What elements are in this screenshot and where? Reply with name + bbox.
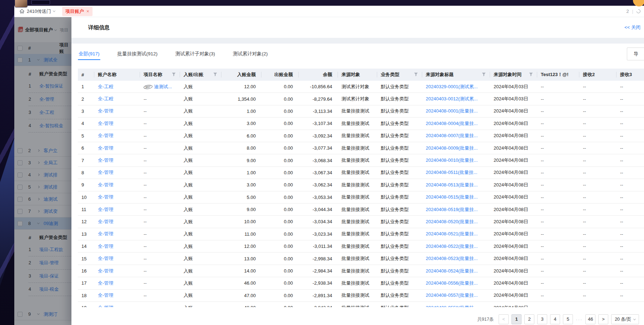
source-title-link[interactable]: 20240408-0519(批量挂... [426,207,478,212]
column-header-title: 来源对象标题 [422,69,490,81]
avatar[interactable] [15,0,27,7]
account-link[interactable]: 全-管理 [98,207,113,212]
source-title-link[interactable]: 20240408-0007(批量挂... [426,133,478,138]
cell-test: -- [537,305,579,307]
column-header-test: Test123！@! [537,69,579,81]
source-title-link[interactable]: 20240408-0513(批量挂... [426,182,478,188]
source-title-link[interactable]: 20240408-0004(批量挂... [426,121,478,126]
refresh-icon[interactable] [636,9,641,14]
cell-value: 2024年04月08日 [494,121,528,126]
source-title-link[interactable]: 20240408-0523(批量挂... [426,256,478,261]
source-title-link[interactable]: 20240408-0558(批量挂... [426,305,478,307]
cell-title: 20240408-0521(批量挂... [422,231,490,237]
source-title-link[interactable]: 20240408-0010(批量挂... [426,158,478,163]
table-row: 10全-管理--入账5.000.00-3,053.34批量挂接测试默认业务类型2… [78,191,644,204]
cell-value: -3,113.34 [313,109,332,114]
page-button-last[interactable]: 46 [585,314,595,324]
cell-biz: 默认业务类型 [377,255,422,262]
source-title-link[interactable]: 20240408-0522(批量挂... [426,244,478,249]
account-link[interactable]: 全-管理 [98,244,113,249]
overlay-dim-mask[interactable] [14,17,71,325]
cell-value: 0.00 [284,244,293,249]
source-title-link[interactable]: 20240403-0012(测试累... [426,96,478,101]
cell-value: 2024年04月08日 [494,145,528,151]
account-link[interactable]: 全-管理 [98,292,113,298]
cell-value: 9 [81,182,84,188]
account-link[interactable]: 全-管理 [98,280,113,286]
cell-biz: 默认业务类型 [377,268,422,274]
chevron-down-icon[interactable] [633,318,636,320]
next-page-button[interactable]: > [598,314,608,324]
cell-value: 入账 [184,292,193,298]
source-title-link[interactable]: 20240329-0001(测试累... [426,84,478,89]
detail-tab-0[interactable]: 全部(917) [78,44,100,64]
cell-biz: 默认业务类型 [377,169,422,176]
detail-tab-3[interactable]: 测试累计对象(2) [232,44,269,64]
account-link[interactable]: 全-工程 [98,96,113,101]
filter-funnel-icon[interactable] [172,72,176,78]
page-button-5[interactable]: 5 [563,314,573,324]
topbar-mini-box[interactable] [31,0,50,5]
account-link[interactable]: 全-管理 [98,133,113,138]
filter-funnel-icon[interactable] [529,72,533,78]
account-link[interactable]: 全-管理 [98,145,113,151]
cell-bal: -3,062.34 [299,182,338,188]
cell-src: 批量挂接测试 [338,157,377,164]
account-link[interactable]: 全-管理 [98,121,113,126]
account-link[interactable]: 全-管理 [98,305,113,307]
cell-src: 批量挂接测试 [338,219,377,225]
cell-value: -- [583,145,586,151]
cell-value: -- [541,145,544,151]
export-button[interactable]: 导 出 [627,48,644,60]
detail-tab-1[interactable]: 批量挂接测试(912) [117,44,159,64]
close-tab-icon[interactable]: × [86,10,89,13]
source-title-link[interactable]: 20240408-0001(批量挂... [426,108,478,114]
account-link[interactable]: 全-管理 [98,108,113,114]
home-portal-menu[interactable]: 2410传送门 [19,8,55,15]
cell-project: -- [140,170,180,175]
account-link[interactable]: 全-管理 [98,231,113,236]
cell-value: 0.00 [284,280,293,286]
account-link[interactable]: 全-管理 [98,219,113,224]
page-button-2[interactable]: 2 [524,314,534,324]
cell-title: 20240408-0522(批量挂... [422,243,490,250]
column-header-label: # [81,72,84,78]
cell-account: 全-工程 [94,96,140,102]
filter-funnel-icon[interactable] [482,72,486,78]
cell-value: 入账 [184,96,193,101]
source-title-link[interactable]: 20240408-0556(批量挂... [426,280,478,286]
source-title-link[interactable]: 20240408-0557(批量挂... [426,292,478,298]
account-link[interactable]: 全-管理 [98,158,113,163]
account-link[interactable]: 全-管理 [98,182,113,188]
cell-bal: -2,891.34 [299,293,338,298]
source-title-link[interactable]: 20240408-0524(批量挂... [426,268,478,274]
source-title-link[interactable]: 20240408-0521(批量挂... [426,231,478,236]
page-button-3[interactable]: 3 [537,314,547,324]
filter-funnel-icon[interactable] [213,72,217,78]
cell-value: -- [144,256,147,261]
page-size-select[interactable]: 20 条/页 [611,314,639,324]
source-title-link[interactable]: 20240408-0009(批量挂... [426,145,478,151]
detail-tab-2[interactable]: 测试累计子对象(3) [175,44,216,64]
cell-value: 4 [81,121,84,126]
cell-value: -- [620,219,623,224]
source-title-link[interactable]: 20240408-0511(批量挂... [426,170,477,175]
cell-value: 9.00 [247,207,256,212]
tab-project-account[interactable]: 项目账户 × [62,7,93,16]
cell-value: -- [541,268,544,274]
prev-page-button[interactable]: < [499,314,509,324]
account-link[interactable]: 全-管理 [98,194,113,200]
account-link[interactable]: 全-管理 [98,170,113,175]
cell-value: -2,938.34 [313,280,332,286]
filter-funnel-icon[interactable] [414,72,418,78]
source-title-link[interactable]: 20240408-0520(批量挂... [426,219,478,224]
collapse-close-link[interactable]: << 关闭 [624,24,640,31]
account-link[interactable]: 全-工程 [98,84,113,89]
source-title-link[interactable]: 20240408-0515(批量挂... [426,194,478,200]
project-link[interactable]: 迪测试... [154,84,172,89]
page-button-1[interactable]: 1 [511,314,521,324]
cell-value: 12.00 [244,84,256,89]
page-button-4[interactable]: 4 [550,314,560,324]
account-link[interactable]: 全-管理 [98,256,113,261]
account-link[interactable]: 全-管理 [98,268,113,274]
